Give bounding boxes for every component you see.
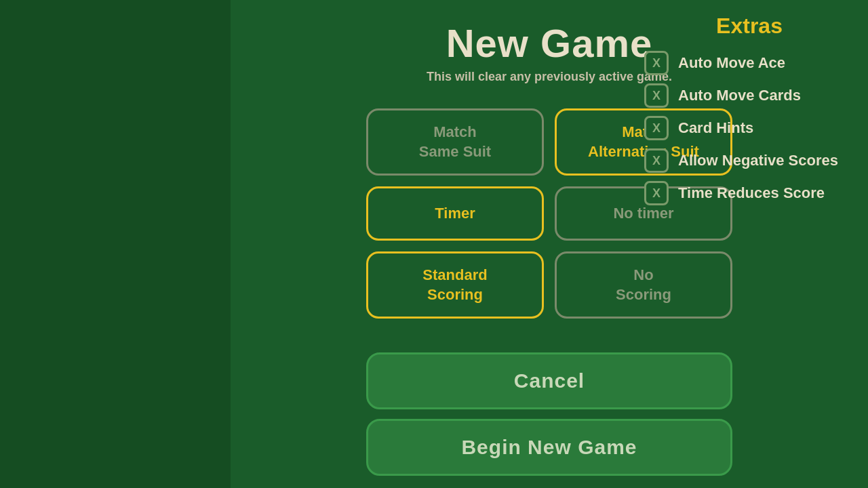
time-reduces-score-checkbox[interactable]: X xyxy=(644,181,669,205)
allow-negative-scores-checkbox[interactable]: X xyxy=(644,148,669,173)
checkmark-icon: X xyxy=(652,186,660,201)
standard-scoring-button[interactable]: StandardScoring xyxy=(366,251,544,319)
auto-move-ace-label: Auto Move Ace xyxy=(678,54,785,72)
time-reduces-score-label: Time Reduces Score xyxy=(678,184,825,202)
extra-item-allow-negative-scores[interactable]: X Allow Negative Scores xyxy=(644,148,854,173)
extra-item-auto-move-cards[interactable]: X Auto Move Cards xyxy=(644,83,854,108)
no-scoring-button[interactable]: NoScoring xyxy=(555,251,732,319)
checkmark-icon: X xyxy=(652,154,660,168)
auto-move-cards-checkbox[interactable]: X xyxy=(644,83,669,108)
extra-item-auto-move-ace[interactable]: X Auto Move Ace xyxy=(644,51,854,75)
timer-button[interactable]: Timer xyxy=(366,186,544,241)
begin-new-game-button[interactable]: Begin New Game xyxy=(366,419,732,476)
checkmark-icon: X xyxy=(652,56,660,70)
left-panel xyxy=(0,0,231,488)
checkmark-icon: X xyxy=(652,121,660,136)
card-hints-checkbox[interactable]: X xyxy=(644,116,669,140)
auto-move-cards-label: Auto Move Cards xyxy=(678,87,801,104)
extra-item-card-hints[interactable]: X Card Hints xyxy=(644,116,854,140)
auto-move-ace-checkbox[interactable]: X xyxy=(644,51,669,75)
main-content: New Game This will clear any previously … xyxy=(231,0,868,488)
extras-title: Extras xyxy=(644,14,854,39)
bottom-buttons: Cancel Begin New Game xyxy=(366,352,732,476)
match-same-suit-button[interactable]: MatchSame Suit xyxy=(366,108,544,176)
extras-list: X Auto Move Ace X Auto Move Cards X Card… xyxy=(644,51,854,205)
extra-item-time-reduces-score[interactable]: X Time Reduces Score xyxy=(644,181,854,205)
card-hints-label: Card Hints xyxy=(678,119,753,137)
extras-panel: Extras X Auto Move Ace X Auto Move Cards… xyxy=(644,14,854,205)
allow-negative-scores-label: Allow Negative Scores xyxy=(678,152,838,169)
page-title: New Game xyxy=(446,20,653,66)
cancel-button[interactable]: Cancel xyxy=(366,352,732,409)
subtitle: This will clear any previously active ga… xyxy=(427,70,672,84)
checkmark-icon: X xyxy=(652,89,660,103)
